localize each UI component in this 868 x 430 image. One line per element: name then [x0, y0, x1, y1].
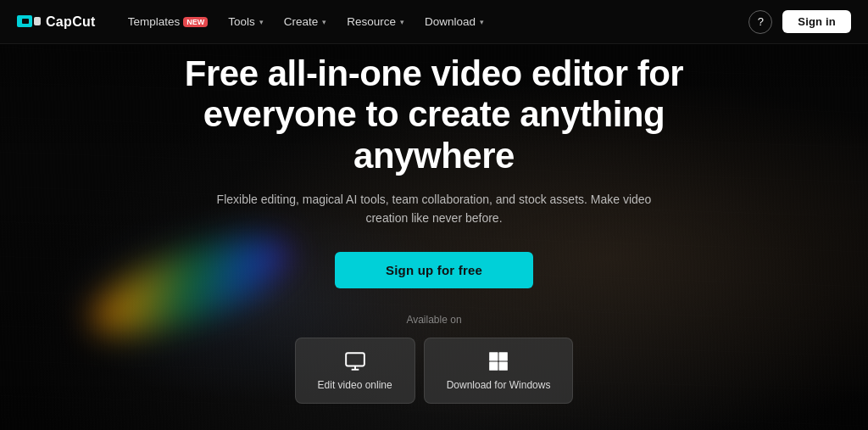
hero-content: Free all-in-one video editor for everyon…: [0, 44, 868, 430]
capcut-logo-icon: [17, 14, 41, 31]
svg-rect-7: [499, 352, 508, 360]
nav-create[interactable]: Create ▾: [275, 10, 336, 33]
nav-resource[interactable]: Resource ▾: [338, 10, 413, 33]
nav-right: ? Sign in: [748, 10, 851, 34]
svg-rect-3: [346, 353, 364, 366]
svg-rect-9: [499, 361, 508, 370]
download-nav-chevron-icon: ▾: [480, 18, 484, 26]
edit-online-card[interactable]: Edit video online: [295, 338, 415, 404]
svg-rect-2: [34, 17, 41, 25]
svg-rect-6: [489, 352, 498, 360]
nav-tools[interactable]: Tools ▾: [220, 10, 272, 33]
download-cards-container: Edit video online Download for Windows: [295, 338, 574, 404]
hero-subtitle: Flexible editing, magical AI tools, team…: [214, 190, 654, 228]
windows-icon: [487, 350, 509, 372]
signup-cta-button[interactable]: Sign up for free: [335, 252, 533, 288]
edit-online-label: Edit video online: [318, 379, 392, 391]
resource-chevron-icon: ▾: [400, 18, 404, 26]
monitor-icon: [344, 350, 366, 372]
hero-title: Free all-in-one video editor for everyon…: [120, 53, 748, 176]
templates-badge: New: [183, 17, 208, 27]
svg-rect-1: [22, 19, 29, 24]
logo-text: CapCut: [46, 14, 96, 30]
svg-rect-8: [489, 361, 498, 370]
create-chevron-icon: ▾: [322, 18, 326, 26]
available-on-label: Available on: [406, 314, 461, 326]
tools-chevron-icon: ▾: [259, 18, 264, 26]
signin-button[interactable]: Sign in: [782, 10, 851, 33]
nav-download[interactable]: Download ▾: [416, 10, 492, 33]
logo-link[interactable]: CapCut: [17, 14, 96, 31]
nav-templates[interactable]: Templates New: [120, 10, 217, 33]
download-windows-label: Download for Windows: [447, 379, 551, 391]
main-nav: CapCut Templates New Tools ▾ Create ▾ Re…: [0, 0, 868, 44]
download-windows-card[interactable]: Download for Windows: [424, 338, 574, 404]
nav-links: Templates New Tools ▾ Create ▾ Resource …: [120, 10, 749, 33]
help-button[interactable]: ?: [748, 10, 772, 34]
